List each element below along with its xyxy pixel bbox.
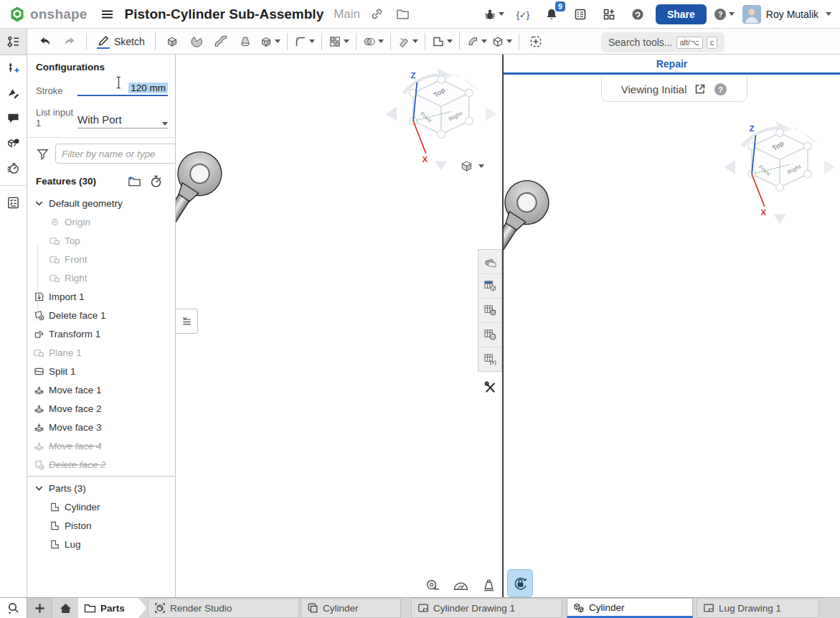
tool-boolean-button[interactable] <box>361 32 386 52</box>
tool-mateconnector-button[interactable] <box>524 32 548 52</box>
tab-parts[interactable]: Parts <box>78 598 146 618</box>
chevron-down-icon[interactable] <box>506 39 512 43</box>
view-lock-button[interactable] <box>507 569 533 597</box>
rollback-history-button[interactable] <box>145 172 166 189</box>
tool-surface-button[interactable] <box>430 32 455 52</box>
tab-cylinder-drawing-1[interactable]: Cylinder Drawing 1 <box>411 598 562 618</box>
chevron-down-icon[interactable] <box>481 39 487 43</box>
mass-button[interactable] <box>479 576 498 594</box>
filter-input[interactable] <box>55 144 176 164</box>
main-menu-icon[interactable] <box>100 8 113 21</box>
tree-item-cylinder[interactable]: Cylinder <box>27 497 175 516</box>
tool-enclose-button[interactable] <box>489 32 514 52</box>
notifications-button[interactable]: 9 <box>542 5 561 24</box>
strip-publish-button[interactable] <box>0 80 27 106</box>
appstore-button[interactable] <box>600 5 618 24</box>
tool-fillet-button[interactable] <box>292 32 317 52</box>
strip-checklist-button[interactable] <box>0 190 27 215</box>
tool-sheetmetal-button[interactable] <box>464 32 489 52</box>
tool-extrude-button[interactable] <box>160 32 184 52</box>
chevron-down-icon[interactable] <box>275 39 280 43</box>
tree-item-right[interactable]: Right <box>27 268 175 287</box>
tool-sweep-button[interactable] <box>209 32 233 52</box>
tape-button[interactable] <box>423 576 442 594</box>
view-options-menu[interactable] <box>460 159 484 173</box>
tree-group-default-geometry[interactable]: Default geometry <box>27 194 175 212</box>
tab-render-studio[interactable]: Render Studio <box>148 598 299 618</box>
home-tab-button[interactable] <box>52 598 78 618</box>
tree-item-move-face-1[interactable]: Move face 1 <box>27 380 175 399</box>
chevron-down-icon[interactable] <box>33 197 44 209</box>
tree-item-transform-1[interactable]: Transform 1 <box>27 324 175 343</box>
create-folder-button[interactable] <box>123 172 145 189</box>
list-input-dropdown[interactable]: With Port <box>77 113 168 128</box>
chevron-down-icon[interactable] <box>378 39 384 43</box>
tree-item-move-face-3[interactable]: Move face 3 <box>27 418 175 436</box>
viewport-right[interactable]: Repair Viewing Initial ? <box>504 55 840 597</box>
redo-button[interactable] <box>57 32 82 52</box>
tree-item-move-face-2[interactable]: Move face 2 <box>27 399 175 418</box>
user-menu[interactable]: Roy Mutalik <box>742 5 831 24</box>
document-folder-icon[interactable] <box>393 5 412 24</box>
sketch-button[interactable]: Sketch <box>91 31 151 52</box>
strip-history-button[interactable] <box>0 156 27 181</box>
featurescript-button[interactable]: {✓} <box>514 5 532 24</box>
tree-item-front[interactable]: Front <box>27 250 175 268</box>
panel-gridcube-button[interactable] <box>478 274 501 299</box>
undo-button[interactable] <box>33 32 57 52</box>
panel-paint-button[interactable] <box>478 250 501 274</box>
copy-link-icon[interactable] <box>367 5 386 24</box>
tool-loft-button[interactable] <box>233 32 258 52</box>
tree-item-plane-1[interactable]: Plane 1 <box>27 343 175 362</box>
chevron-down-icon[interactable] <box>309 39 315 43</box>
workspace-name[interactable]: Main <box>334 7 360 22</box>
rollback-bar[interactable] <box>27 476 175 477</box>
tasks-button[interactable] <box>571 5 590 24</box>
tree-item-lug[interactable]: Lug <box>27 535 175 553</box>
tab-lug-drawing-1[interactable]: Lug Drawing 1 <box>697 598 819 618</box>
filter-icon[interactable] <box>36 147 49 161</box>
strip-configicon-button[interactable] <box>0 55 27 80</box>
tree-item-top[interactable]: Top <box>27 231 175 250</box>
protractor-button[interactable] <box>451 576 470 594</box>
tree-item-piston[interactable]: Piston <box>27 516 175 535</box>
onshape-logo[interactable]: onshape <box>9 6 88 23</box>
tab-cylinder[interactable]: Cylinder <box>567 598 693 618</box>
add-tab-button[interactable] <box>27 598 52 618</box>
tree-item-move-face-4[interactable]: Move face 4 <box>27 436 175 455</box>
tool-pattern-button[interactable] <box>326 32 351 52</box>
strip-featurelist-button[interactable] <box>0 29 27 55</box>
tree-item-split-1[interactable]: Split 1 <box>27 362 175 380</box>
panel-gridgear-button[interactable] <box>478 299 501 323</box>
viewport-left[interactable]: (x) <box>176 55 502 597</box>
tree-group-parts-3[interactable]: Parts (3) <box>27 479 175 497</box>
search-tools-field[interactable]: Search tools... alt/⌥ c <box>601 32 725 52</box>
help-menu[interactable]: ? <box>715 5 734 24</box>
tab-cylinder[interactable]: Cylinder <box>301 598 401 618</box>
custom-tools-button[interactable] <box>478 374 502 400</box>
chevron-down-icon[interactable] <box>33 482 44 494</box>
tool-draft-button[interactable] <box>395 32 420 52</box>
stroke-input[interactable]: 120 mm <box>77 80 168 96</box>
tool-thicken-button[interactable] <box>258 32 283 52</box>
chevron-down-icon[interactable] <box>447 39 453 43</box>
tool-revolve-button[interactable] <box>184 32 209 52</box>
panel-gridsphere-button[interactable] <box>478 323 501 347</box>
search-tabs-button[interactable] <box>0 598 27 618</box>
debug-button[interactable] <box>485 5 504 24</box>
tree-item-delete-face-2[interactable]: Delete face 2 <box>27 455 175 474</box>
chevron-down-icon[interactable] <box>344 39 349 43</box>
chevron-down-icon[interactable] <box>412 39 418 43</box>
strip-versions-button[interactable] <box>0 131 27 156</box>
tree-item-origin[interactable]: Origin <box>27 212 175 231</box>
panel-gridfx-button[interactable]: (x) <box>478 347 501 371</box>
tree-item-import-1[interactable]: Import 1 <box>27 287 175 306</box>
strip-comment-button[interactable] <box>0 106 27 131</box>
panel-collapse-handle[interactable] <box>176 309 198 334</box>
view-cube[interactable] <box>719 111 840 233</box>
moveface-icon <box>33 440 44 451</box>
learning-button[interactable] <box>628 5 647 24</box>
share-button[interactable]: Share <box>656 4 707 24</box>
window-divider[interactable] <box>502 55 504 597</box>
tree-item-delete-face-1[interactable]: Delete face 1 <box>27 306 175 324</box>
